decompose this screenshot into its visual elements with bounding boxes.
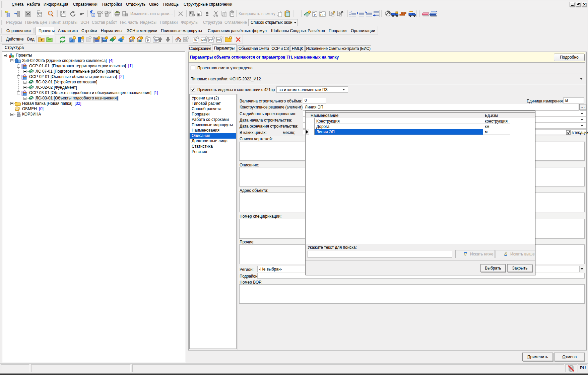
svg-text:ФЗ: ФЗ	[217, 39, 221, 42]
svg-text:РР: РР	[209, 39, 213, 42]
svg-text:ПР: ПР	[320, 13, 324, 16]
svg-text:PDF: PDF	[38, 12, 42, 14]
svg-text:%: %	[194, 38, 197, 42]
svg-text:Р: Р	[314, 13, 316, 16]
svg-text:Р: Р	[147, 39, 149, 42]
